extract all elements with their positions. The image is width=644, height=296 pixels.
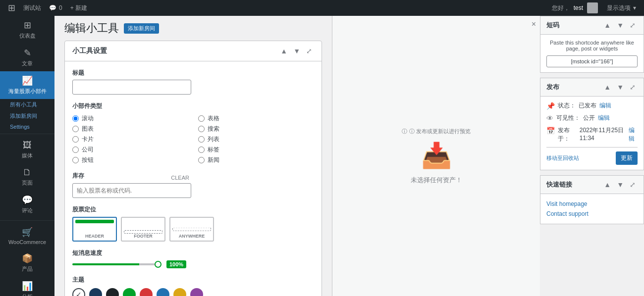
- comments-icon: 💬: [22, 195, 33, 205]
- publish-collapse-up[interactable]: ▲: [602, 82, 613, 92]
- type-list[interactable]: 列表: [198, 135, 314, 144]
- type-search-radio[interactable]: [198, 126, 205, 132]
- type-news[interactable]: 新闻: [198, 156, 314, 164]
- type-table-radio[interactable]: [198, 115, 205, 122]
- sidebar-subitem-all-widgets[interactable]: 所有小工具: [0, 99, 54, 110]
- status-row: 📌 状态： 已发布 编辑: [546, 101, 638, 110]
- type-company-radio[interactable]: [72, 147, 79, 153]
- move-to-trash-link[interactable]: 移动至回收站: [546, 154, 579, 162]
- type-list-radio[interactable]: [198, 136, 205, 143]
- visibility-row: 👁 可见性： 公开 编辑: [546, 114, 638, 122]
- footer-bar: [124, 230, 162, 234]
- quicklinks-collapse-down[interactable]: ▼: [615, 180, 626, 190]
- published-edit-link[interactable]: 编辑: [629, 126, 638, 143]
- sidebar-item-media[interactable]: 🖼 媒体: [0, 136, 54, 163]
- preview-publish-note: ⓘ ⓘ 发布或更新以进行预览: [402, 128, 471, 135]
- username-text: test: [574, 4, 583, 11]
- visit-homepage-link[interactable]: Visit homepage: [546, 199, 638, 209]
- sidebar-item-analytics[interactable]: 📊 分析: [0, 277, 54, 296]
- sidebar-item-label: 分析: [22, 293, 33, 296]
- shortcode-field[interactable]: [mstock id="166"]: [546, 55, 638, 67]
- type-card-radio[interactable]: [72, 136, 79, 143]
- sidebar-item-posts[interactable]: ✎ 文章: [0, 44, 54, 71]
- new-label: + 新建: [70, 4, 87, 12]
- site-name-label: 测试站: [23, 4, 41, 12]
- position-anywhere-card[interactable]: ANYWHERE: [169, 217, 214, 242]
- theme-blue[interactable]: [157, 288, 169, 296]
- theme-red[interactable]: [140, 288, 153, 296]
- sidebar-item-pages[interactable]: 🗋 页面: [0, 163, 54, 191]
- sidebar-item-stockwidget[interactable]: 📈 海量股票小部件: [0, 71, 54, 99]
- type-company[interactable]: 公司: [72, 146, 188, 154]
- display-options-button[interactable]: 显示选项 ▾: [603, 0, 640, 16]
- publish-expand[interactable]: ⤢: [628, 82, 638, 92]
- inbox-icon: 📥: [421, 141, 452, 170]
- type-image[interactable]: 图表: [72, 125, 188, 133]
- collapse-down-button[interactable]: ▼: [291, 46, 302, 56]
- status-value: 已发布: [579, 101, 596, 110]
- wp-logo-icon: ⊞: [8, 2, 15, 13]
- position-header-card[interactable]: HEADER: [72, 217, 117, 242]
- shortcode-collapse-up[interactable]: ▲: [602, 20, 613, 30]
- expand-button[interactable]: ⤢: [304, 46, 314, 56]
- theme-yellow[interactable]: [173, 288, 186, 296]
- type-table[interactable]: 表格: [198, 114, 314, 123]
- type-image-radio[interactable]: [72, 126, 79, 132]
- card-controls: ▲ ▼ ⤢: [278, 46, 314, 56]
- position-header-label: HEADER: [85, 234, 104, 239]
- preview-close-button[interactable]: ×: [532, 20, 536, 29]
- theme-green[interactable]: [123, 288, 136, 296]
- publish-box-header: 发布 ▲ ▼ ⤢: [540, 78, 644, 97]
- position-footer-label: FOOTER: [134, 234, 153, 239]
- sidebar-subitem-add-new[interactable]: 添加新房间: [0, 110, 54, 122]
- type-news-radio[interactable]: [198, 157, 205, 163]
- admin-bar: ⊞ 测试站 💬 0 + 新建 您好， test 显示选项 ▾: [0, 0, 644, 16]
- shortcode-collapse-down[interactable]: ▼: [615, 20, 626, 30]
- comments-item[interactable]: 💬 0: [45, 0, 66, 16]
- theme-purple[interactable]: [190, 288, 203, 296]
- shortcode-expand[interactable]: ⤢: [628, 20, 638, 30]
- quicklinks-collapse-up[interactable]: ▲: [602, 180, 613, 190]
- shortcode-box-header: 短码 ▲ ▼ ⤢: [540, 16, 644, 35]
- type-search[interactable]: 搜索: [198, 125, 314, 133]
- type-scroll-radio[interactable]: [72, 115, 79, 122]
- site-name-item[interactable]: 测试站: [19, 0, 45, 16]
- status-edit-link[interactable]: 编辑: [599, 101, 611, 110]
- publish-collapse-down[interactable]: ▼: [615, 82, 626, 92]
- sidebar-item-woocommerce[interactable]: 🛒 WooCommerce: [0, 223, 54, 249]
- visibility-edit-link[interactable]: 编辑: [598, 114, 610, 122]
- status-icon: 📌: [546, 102, 555, 110]
- quick-links-box-header: 快速链接 ▲ ▼ ⤢: [540, 176, 644, 194]
- position-footer-card[interactable]: FOOTER: [121, 217, 165, 242]
- quicklinks-expand[interactable]: ⤢: [628, 180, 638, 190]
- new-item[interactable]: + 新建: [66, 0, 91, 16]
- theme-dark-blue[interactable]: [89, 288, 102, 296]
- collapse-up-button[interactable]: ▲: [278, 46, 289, 56]
- stock-input[interactable]: [72, 183, 191, 198]
- stockwidget-icon: 📈: [22, 75, 33, 86]
- sidebar-item-label: WooCommerce: [8, 239, 46, 245]
- theme-dark[interactable]: [106, 288, 119, 296]
- title-input[interactable]: [72, 80, 191, 95]
- sidebar-item-comments[interactable]: 💬 评论: [0, 191, 54, 218]
- wp-logo-item[interactable]: ⊞: [4, 0, 19, 16]
- clear-button[interactable]: CLEAR: [169, 174, 191, 182]
- update-button[interactable]: 更新: [616, 151, 638, 165]
- sidebar-item-label: 页面: [22, 179, 33, 187]
- type-tag[interactable]: 标签: [198, 146, 314, 154]
- type-button-radio[interactable]: [72, 157, 79, 163]
- sidebar-subitem-settings[interactable]: Settings: [0, 122, 54, 132]
- contact-support-link[interactable]: Contact support: [546, 209, 638, 219]
- speed-slider[interactable]: [72, 263, 161, 265]
- content-area: 编辑小工具 添加新房间 小工具设置 ▲ ▼ ⤢ 标题: [54, 16, 332, 296]
- type-tag-radio[interactable]: [198, 147, 205, 153]
- type-button[interactable]: 按钮: [72, 156, 188, 164]
- sidebar-item-products[interactable]: 📦 产品: [0, 249, 54, 277]
- add-new-button[interactable]: 添加新房间: [124, 23, 159, 34]
- type-scroll[interactable]: 滚动: [72, 114, 188, 123]
- preview-message: ⓘ ⓘ 发布或更新以进行预览 📥 未选择任何资产！: [402, 128, 471, 185]
- theme-white[interactable]: ✓: [72, 288, 85, 296]
- sidebar-item-dashboard[interactable]: ⊞ 仪表盘: [0, 16, 54, 44]
- type-card[interactable]: 卡片: [72, 135, 188, 144]
- shortcode-box-title: 短码: [546, 21, 559, 30]
